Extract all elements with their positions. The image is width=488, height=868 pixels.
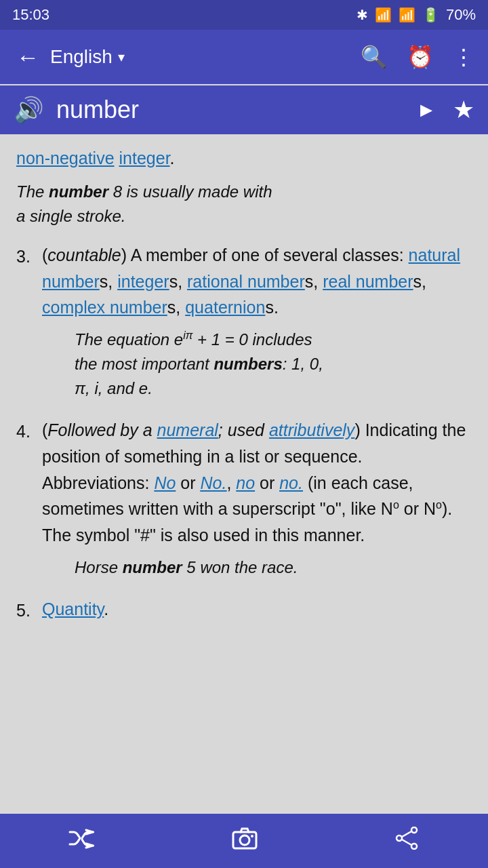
- svg-line-6: [402, 831, 411, 837]
- integer-link[interactable]: integer: [119, 149, 170, 167]
- word-actions: ► ★: [416, 96, 474, 124]
- no-link-4[interactable]: no.: [279, 473, 303, 492]
- camera-button[interactable]: [232, 827, 258, 855]
- word-title: number: [56, 96, 416, 124]
- dropdown-icon: ▾: [118, 49, 125, 65]
- partial-top-text: non-negative integer.: [16, 145, 472, 172]
- def-number-3: 3.: [16, 242, 35, 270]
- history-icon[interactable]: ⏰: [407, 44, 434, 70]
- svg-point-5: [396, 835, 402, 841]
- no-link-3[interactable]: no: [236, 473, 255, 492]
- numeral-link[interactable]: numeral: [157, 420, 218, 439]
- quantity-link[interactable]: Quantity: [42, 599, 104, 618]
- status-time: 15:03: [12, 6, 49, 24]
- quaternions-link[interactable]: quaternion: [185, 298, 265, 317]
- search-icon[interactable]: 🔍: [361, 44, 388, 70]
- partial-period: .: [170, 149, 175, 167]
- integers-link[interactable]: integer: [117, 272, 169, 291]
- non-negative-link[interactable]: non-negative: [16, 149, 115, 167]
- example-1: The number 8 is usually made witha singl…: [16, 180, 472, 229]
- svg-point-2: [251, 835, 253, 837]
- status-bar: 15:03 ✱ 📶 📶 🔋 70%: [0, 0, 488, 30]
- example-3: The equation eiπ + 1 = 0 includesthe mos…: [75, 328, 472, 401]
- status-icons: ✱ 📶 📶 🔋 70%: [357, 6, 476, 24]
- bookmark-button[interactable]: ★: [453, 96, 474, 124]
- def-number-5: 5.: [16, 596, 35, 624]
- svg-point-3: [411, 827, 417, 833]
- def-text-5: Quantity.: [42, 596, 472, 623]
- more-menu-icon[interactable]: ⋮: [453, 44, 474, 70]
- definition-content: non-negative integer. The number 8 is us…: [0, 134, 488, 715]
- play-button[interactable]: ►: [416, 98, 436, 121]
- wifi-icon: 📶: [375, 7, 392, 23]
- svg-line-7: [402, 840, 411, 845]
- bluetooth-icon: ✱: [357, 7, 368, 23]
- signal-icon: 📶: [399, 7, 415, 23]
- back-button[interactable]: ←: [14, 39, 50, 75]
- def-number-4: 4.: [16, 417, 35, 445]
- word-header-bar: 🔊 number ► ★: [0, 85, 488, 134]
- no-link-2[interactable]: No.: [200, 473, 226, 492]
- shuffle-button[interactable]: [68, 828, 94, 854]
- no-link-1[interactable]: No: [154, 473, 176, 492]
- definition-3: 3. (countable) A member of one of severa…: [16, 242, 472, 401]
- sound-button[interactable]: 🔊: [14, 96, 44, 124]
- def-text-4: (Followed by a numeral; used attributive…: [42, 417, 472, 580]
- share-button[interactable]: [395, 827, 420, 855]
- def-text-3: (countable) A member of one of several c…: [42, 242, 472, 401]
- bottom-toolbar: [0, 814, 488, 868]
- attributively-link[interactable]: attributively: [269, 420, 354, 439]
- svg-point-1: [240, 835, 249, 845]
- real-numbers-link[interactable]: real number: [323, 272, 413, 291]
- rational-numbers-link[interactable]: rational number: [187, 272, 305, 291]
- definition-5: 5. Quantity.: [16, 596, 472, 624]
- language-label: English: [50, 46, 113, 68]
- nav-actions: 🔍 ⏰ ⋮: [361, 44, 474, 70]
- battery-percent: 70%: [446, 6, 476, 24]
- top-nav-bar: ← English ▾ 🔍 ⏰ ⋮: [0, 30, 488, 84]
- complex-numbers-link[interactable]: complex number: [42, 298, 167, 317]
- language-selector[interactable]: English ▾: [50, 46, 361, 68]
- svg-point-4: [411, 844, 417, 849]
- example-4: Horse number 5 won the race.: [75, 555, 472, 580]
- definition-4: 4. (Followed by a numeral; used attribut…: [16, 417, 472, 580]
- battery-icon: 🔋: [422, 7, 439, 23]
